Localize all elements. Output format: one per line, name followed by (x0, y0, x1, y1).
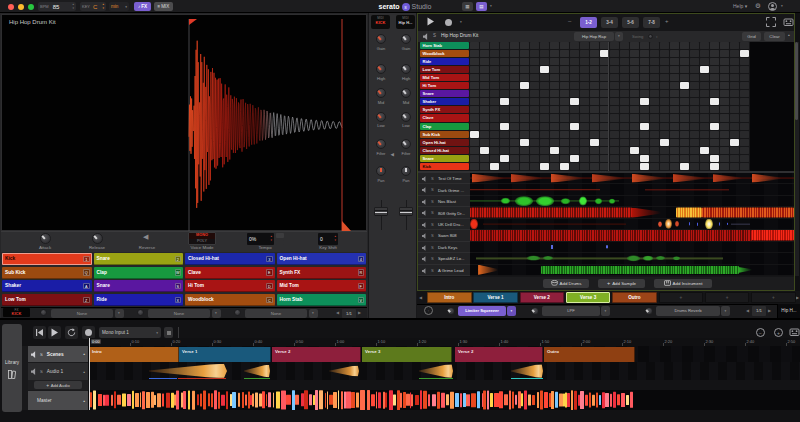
song-fx1-chevron[interactable]: ▾ (507, 306, 516, 316)
seq-cell[interactable] (500, 66, 509, 73)
seq-cell[interactable] (640, 58, 649, 65)
seq-cell[interactable] (660, 139, 669, 146)
seq-cell[interactable] (500, 123, 509, 130)
seq-cell[interactable] (610, 50, 619, 57)
seq-row-label-horn-stab-0[interactable]: Horn Stab (420, 42, 469, 49)
seq-cell[interactable] (520, 42, 529, 49)
seq-cell[interactable] (500, 147, 509, 154)
seq-cell[interactable] (580, 131, 589, 138)
seq-cell[interactable] (660, 131, 669, 138)
seq-cell[interactable] (520, 50, 529, 57)
mix-toggle-button[interactable]: ≡ MIX (154, 2, 173, 11)
seq-cell[interactable] (640, 42, 649, 49)
seq-cell[interactable] (670, 123, 679, 130)
seq-cell[interactable] (650, 90, 659, 97)
track-mute-icon[interactable] (422, 210, 427, 216)
seq-cell[interactable] (740, 98, 749, 105)
seq-cell[interactable] (490, 98, 499, 105)
seq-cell[interactable] (680, 131, 689, 138)
seq-cell[interactable] (730, 147, 739, 154)
key-shift-field[interactable]: 0 ▴▾ (318, 233, 338, 245)
track-lane-nos-blast[interactable] (470, 196, 794, 207)
seq-cell[interactable] (530, 42, 539, 49)
fullscreen-icon[interactable] (766, 17, 776, 27)
seq-cell[interactable] (480, 155, 489, 162)
scene-tab-verse-2[interactable]: Verse 2 (520, 292, 565, 304)
seq-cell[interactable] (580, 82, 589, 89)
chevron-down-icon[interactable]: ▾ (781, 4, 783, 8)
seq-cell[interactable] (590, 147, 599, 154)
volume-fader[interactable] (374, 207, 388, 216)
seq-cell[interactable] (720, 90, 729, 97)
seq-cell[interactable] (620, 50, 629, 57)
seq-cell[interactable] (720, 98, 729, 105)
seq-cell[interactable] (640, 50, 649, 57)
seq-cell[interactable] (610, 123, 619, 130)
seq-cell[interactable] (610, 139, 619, 146)
scene-tab-verse-1[interactable]: Verse 1 (473, 292, 518, 304)
track-solo-button[interactable]: S (431, 176, 434, 181)
seq-cell[interactable] (490, 50, 499, 57)
pad-ride[interactable]: RideX (94, 294, 184, 306)
song-play-button[interactable] (48, 326, 61, 339)
seq-cell[interactable] (470, 66, 479, 73)
pad-kick[interactable]: Kick1 (2, 253, 92, 265)
add-drums-button[interactable]: Add Drums (543, 279, 589, 289)
seq-cell[interactable] (530, 131, 539, 138)
track-mute-icon[interactable] (422, 245, 427, 251)
audio-clip[interactable] (329, 366, 359, 377)
seq-cell[interactable] (540, 50, 549, 57)
seq-cell[interactable] (480, 74, 489, 81)
seq-cell[interactable] (700, 114, 709, 121)
add-audio-button[interactable]: + Add Audio (34, 381, 82, 390)
seq-row-label-mid-tom-4[interactable]: Mid Tom (420, 74, 469, 81)
seq-cell[interactable] (520, 123, 529, 130)
seq-cell[interactable] (530, 155, 539, 162)
track-header-dark-grime[interactable]: SDark Grime ... (418, 184, 470, 195)
seq-cell[interactable] (530, 114, 539, 121)
seq-row-label-open-hi-hat-12[interactable]: Open Hi-hat (420, 139, 469, 146)
seq-cell[interactable] (550, 114, 559, 121)
seq-cell[interactable] (480, 82, 489, 89)
track-lane-808-gritty-dr[interactable] (470, 207, 794, 218)
deck-fx-target-box[interactable]: FX KICK (3, 308, 30, 317)
seq-cell[interactable] (590, 106, 599, 113)
seq-cell[interactable] (670, 131, 679, 138)
filter-knob[interactable] (401, 139, 411, 149)
seq-cell[interactable] (620, 66, 629, 73)
seq-cell[interactable] (470, 50, 479, 57)
seq-cell[interactable] (620, 90, 629, 97)
seq-cell[interactable] (620, 98, 629, 105)
seq-cell[interactable] (620, 58, 629, 65)
seq-cell[interactable] (490, 82, 499, 89)
pad-shaker[interactable]: ShakerA (2, 280, 92, 292)
seq-cell[interactable] (710, 82, 719, 89)
seq-cell[interactable] (610, 42, 619, 49)
audio-mute-icon[interactable] (31, 368, 37, 375)
scene-tabs-next[interactable]: ▶ (796, 295, 799, 300)
seq-cell[interactable] (710, 123, 719, 130)
seq-cell[interactable] (720, 139, 729, 146)
seq-cell[interactable] (630, 131, 639, 138)
seq-cell[interactable] (530, 98, 539, 105)
seq-row-label-clap-10[interactable]: Clap (420, 123, 469, 130)
seq-cell[interactable] (660, 98, 669, 105)
seq-cell[interactable] (710, 155, 719, 162)
seq-cell[interactable] (660, 66, 669, 73)
seq-cell[interactable] (560, 90, 569, 97)
track-lane-dark-grime[interactable] (470, 184, 794, 195)
seq-row-label-synth-fx-8[interactable]: Synth FX (420, 106, 469, 113)
seq-cell[interactable] (570, 90, 579, 97)
seq-cell[interactable] (470, 82, 479, 89)
seq-cell[interactable] (700, 163, 709, 170)
playhead[interactable] (89, 338, 90, 410)
seq-cell[interactable] (720, 155, 729, 162)
seq-cell[interactable] (680, 98, 689, 105)
seq-cell[interactable] (740, 74, 749, 81)
seq-cell[interactable] (610, 147, 619, 154)
seq-cell[interactable] (530, 147, 539, 154)
release-knob[interactable] (92, 233, 103, 244)
seq-cell[interactable] (480, 66, 489, 73)
seq-cell[interactable] (670, 74, 679, 81)
seq-cell[interactable] (540, 58, 549, 65)
